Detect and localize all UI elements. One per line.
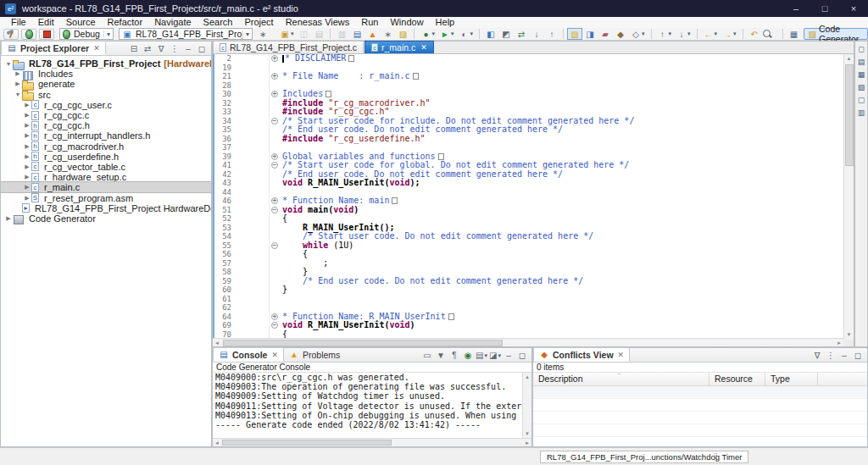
new-wizard-icon[interactable]: ▣▾	[277, 28, 297, 40]
view-menu-icon[interactable]: ⋮	[824, 349, 837, 362]
save-all-icon[interactable]: ▤	[311, 28, 326, 40]
scroll-down-icon[interactable]: ▼	[844, 330, 854, 340]
tree-item-r-cg-macrodriver-h[interactable]: ▶r_cg_macrodriver.h	[1, 141, 211, 152]
launch-mode-combo[interactable]: Debug ▾	[59, 28, 114, 40]
tree-item-r-cg-interrupt-handlers-h[interactable]: ▶r_cg_interrupt_handlers.h	[1, 130, 211, 141]
menu-search[interactable]: Search	[198, 17, 239, 28]
chevron-right-icon[interactable]: ▶	[23, 112, 31, 119]
fold-collapse-icon[interactable]: −	[271, 118, 278, 125]
scrollbar-thumb[interactable]	[845, 64, 854, 166]
folded-region-box[interactable]	[413, 73, 419, 80]
forward-icon[interactable]: →▾	[720, 28, 739, 40]
tree-item-r-cg-cgc-user-c[interactable]: ▶r_cg_cgc_user.c	[1, 100, 211, 110]
minimize-icon[interactable]: –	[837, 349, 851, 362]
column-header-type[interactable]: Type	[765, 373, 818, 385]
mark-occurrences-icon[interactable]: ▨	[567, 28, 582, 40]
chevron-down-icon[interactable]: ▼	[4, 61, 13, 67]
export-icon[interactable]: ↑	[544, 28, 559, 40]
build-button[interactable]	[3, 29, 19, 40]
tree-item-rl78-g14-fpb-first-project[interactable]: ▼RL78_G14_FPB_First_Project [HardwareDeb…	[1, 58, 211, 69]
open-perspective-icon[interactable]: ▦	[787, 28, 802, 40]
terminate-button[interactable]	[39, 29, 54, 40]
minimize-icon[interactable]: –	[181, 42, 195, 55]
tree-item-r-cg-cgc-h[interactable]: ▶r_cg_cgc.h	[1, 120, 211, 130]
close-icon[interactable]: ✕	[618, 351, 625, 359]
annotation-icon[interactable]: ◨	[582, 28, 598, 40]
display-selected-console-icon[interactable]: ▤▾	[475, 349, 488, 362]
clear-console-icon[interactable]: ▭	[420, 349, 434, 362]
link-with-editor-icon[interactable]: ⇄	[141, 42, 154, 55]
minimize-window-button[interactable]: –	[782, 0, 810, 17]
console-horizontal-scrollbar[interactable]: ◄ ►	[213, 438, 531, 446]
menu-file[interactable]: File	[5, 17, 32, 28]
scroll-lock-icon[interactable]: ▼	[434, 349, 448, 362]
gear-icon[interactable]: ∗	[380, 28, 395, 40]
search-menu-icon[interactable]: ◇▾	[628, 28, 648, 40]
chevron-down-icon[interactable]: ▼	[14, 91, 22, 97]
profile-history-icon[interactable]: ◐▾	[457, 28, 476, 40]
open-console-icon[interactable]: ◪▾	[488, 349, 502, 362]
menu-refactor[interactable]: Refactor	[102, 17, 149, 28]
next-annotation-icon[interactable]: ↓▾	[674, 28, 693, 40]
tree-item-rl78-g14-fpb-first-project-hardwaredebug-launch[interactable]: RL78_G14_FPB_First_Project HardwareDebug…	[1, 203, 211, 213]
tab-conflicts-view[interactable]: ◆ Conflicts View ✕	[533, 347, 630, 362]
console-vertical-scrollbar[interactable]: ▲ ▼	[522, 373, 531, 438]
menu-help[interactable]: Help	[430, 17, 461, 28]
chevron-right-icon[interactable]: ▶	[23, 174, 31, 180]
scroll-up-icon[interactable]: ▲	[844, 54, 854, 64]
fold-expand-icon[interactable]: +	[271, 73, 278, 80]
snippets-view-icon[interactable]: ▢	[855, 94, 867, 105]
search-icon[interactable]	[762, 29, 771, 39]
tab-console[interactable]: ▤Console✕	[213, 347, 284, 362]
tree-item-r-cg-vector-table-c[interactable]: ▶r_cg_vector_table.c	[1, 162, 211, 172]
documentation-view-icon[interactable]: ▥	[855, 107, 867, 118]
minimize-icon[interactable]: –	[502, 349, 515, 362]
code-editor[interactable]: 2+* DISCLAIMER1921+* File Name : r_main.…	[213, 54, 843, 340]
scroll-right-icon[interactable]: ►	[835, 339, 843, 347]
scroll-right-icon[interactable]: ►	[523, 439, 531, 447]
fold-expand-icon[interactable]: +	[271, 197, 278, 204]
make-target-view-icon[interactable]: ▦	[855, 69, 867, 80]
close-window-button[interactable]: ×	[839, 0, 868, 17]
debug-button[interactable]	[21, 29, 36, 40]
fold-expand-icon[interactable]: +	[271, 55, 278, 62]
maximize-icon[interactable]: ◻	[195, 42, 209, 55]
tree-item-r-main-c[interactable]: ▶r_main.c	[1, 182, 211, 192]
fold-collapse-icon[interactable]: −	[271, 322, 278, 329]
fold-expand-icon[interactable]: +	[271, 313, 278, 320]
scroll-up-icon[interactable]: ▲	[523, 373, 531, 381]
scrollbar-thumb[interactable]	[222, 440, 392, 446]
tab-project-explorer[interactable]: ▤ Project Explorer ✕	[1, 41, 106, 55]
word-wrap-icon[interactable]: ¶	[448, 349, 461, 362]
menu-window[interactable]: Window	[384, 17, 429, 28]
chevron-right-icon[interactable]: ▶	[23, 184, 31, 191]
chevron-right-icon[interactable]: ▶	[23, 153, 31, 160]
edit-icon[interactable]: ▰	[598, 28, 613, 40]
editor-vertical-scrollbar[interactable]: ▲ ▼	[843, 54, 854, 340]
perspective-code-generator[interactable]: ▨Code Generator	[804, 28, 868, 40]
maximize-icon[interactable]: ◻	[851, 349, 865, 362]
chevron-right-icon[interactable]: ▶	[23, 195, 31, 202]
chevron-right-icon[interactable]: ▶	[23, 163, 31, 170]
debug-history-icon[interactable]: ●▾	[418, 28, 437, 40]
close-icon[interactable]: ✕	[271, 351, 278, 359]
print-icon[interactable]: ▥	[334, 28, 349, 40]
run-history-icon[interactable]: ►▾	[437, 28, 457, 40]
column-header-resource[interactable]: Resource	[709, 373, 765, 385]
menu-edit[interactable]: Edit	[32, 17, 60, 28]
save-icon[interactable]: ◫	[296, 28, 311, 40]
editor-tab-rl78-g14-fpb-first-project-c[interactable]: cRL78_G14_FPB_First_Project.c	[213, 41, 364, 53]
menu-project[interactable]: Project	[238, 17, 279, 28]
flash-programmer-icon[interactable]: ▲	[364, 28, 380, 40]
tree-item-code-generator[interactable]: ▶Code Generator	[1, 213, 211, 224]
maximize-icon[interactable]: ◻	[515, 349, 529, 362]
build-targets-view-icon[interactable]: ▧	[855, 81, 867, 92]
tree-item-r-reset-program-asm[interactable]: ▶r_reset_program.asm	[1, 192, 211, 202]
launch-settings-gear-icon[interactable]: ∗	[255, 28, 270, 40]
open-console-icon[interactable]: ▤	[349, 28, 364, 40]
chevron-right-icon[interactable]: ▶	[23, 102, 31, 108]
fold-expand-icon[interactable]: +	[271, 153, 278, 160]
tree-item-r-cg-userdefine-h[interactable]: ▶r_cg_userdefine.h	[1, 152, 211, 162]
filter-icon[interactable]: ∇	[154, 42, 168, 55]
close-icon[interactable]: ✕	[420, 43, 427, 52]
